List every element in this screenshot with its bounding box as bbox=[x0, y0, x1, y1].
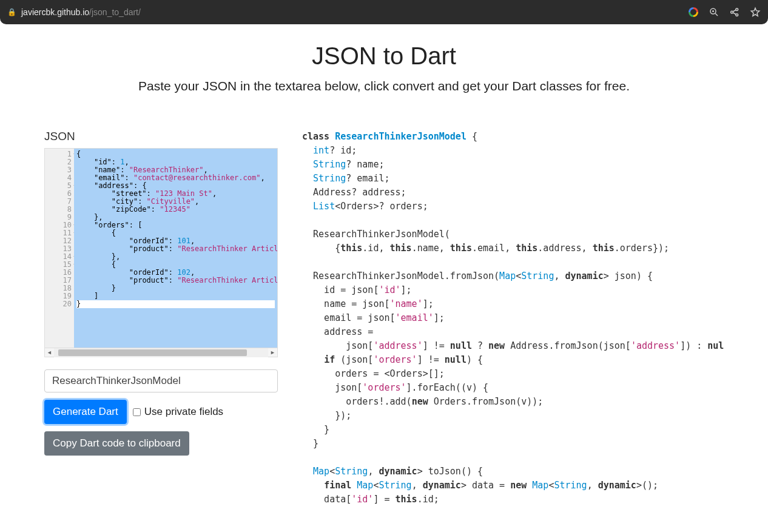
json-editor[interactable]: 1▾2345▾678910▾11▾121314▾15▾1617181920 { … bbox=[44, 148, 278, 357]
google-icon[interactable] bbox=[688, 7, 699, 18]
share-icon[interactable] bbox=[729, 7, 740, 18]
json-editor-gutter: 1▾2345▾678910▾11▾121314▾15▾1617181920 bbox=[45, 149, 74, 348]
generate-dart-button[interactable]: Generate Dart bbox=[44, 400, 127, 424]
scroll-right-icon[interactable]: ► bbox=[268, 348, 277, 357]
svg-marker-9 bbox=[751, 8, 760, 16]
svg-line-1 bbox=[715, 13, 718, 16]
private-fields-option[interactable]: Use private fields bbox=[133, 406, 223, 418]
json-editor-hscroll[interactable]: ◄ ► bbox=[44, 348, 278, 357]
page-subtitle: Paste your JSON in the textarea below, c… bbox=[50, 79, 718, 93]
zoom-icon[interactable] bbox=[709, 7, 719, 18]
left-panel: JSON 1▾2345▾678910▾11▾121314▾15▾16171819… bbox=[44, 130, 278, 507]
svg-line-8 bbox=[733, 13, 736, 15]
star-icon[interactable] bbox=[750, 7, 761, 18]
scroll-track[interactable] bbox=[54, 348, 268, 357]
scroll-left-icon[interactable]: ◄ bbox=[45, 348, 54, 357]
browser-actions bbox=[688, 7, 761, 18]
lock-icon: 🔒 bbox=[7, 8, 16, 16]
class-name-input[interactable] bbox=[44, 369, 278, 392]
json-editor-code[interactable]: { "id": 1, "name": "ResearchThinker", "e… bbox=[74, 149, 277, 348]
url-display[interactable]: 🔒 javiercbk.github.io/json_to_dart/ bbox=[7, 7, 141, 17]
page-title: JSON to Dart bbox=[50, 42, 718, 70]
scroll-thumb[interactable] bbox=[58, 349, 247, 356]
page-header: JSON to Dart Paste your JSON in the text… bbox=[50, 42, 718, 93]
url-host: javiercbk.github.io bbox=[21, 7, 89, 17]
dart-output-panel: class ResearchThinkerJsonModel { int? id… bbox=[302, 130, 724, 507]
url-path: /json_to_dart/ bbox=[89, 7, 141, 17]
private-fields-label: Use private fields bbox=[144, 406, 223, 418]
copy-dart-button[interactable]: Copy Dart code to clipboard bbox=[44, 431, 189, 456]
json-section-label: JSON bbox=[44, 130, 278, 143]
dart-output-code[interactable]: class ResearchThinkerJsonModel { int? id… bbox=[302, 130, 724, 507]
svg-line-7 bbox=[733, 10, 736, 12]
private-fields-checkbox[interactable] bbox=[133, 408, 141, 416]
browser-address-bar: 🔒 javiercbk.github.io/json_to_dart/ bbox=[0, 0, 768, 24]
